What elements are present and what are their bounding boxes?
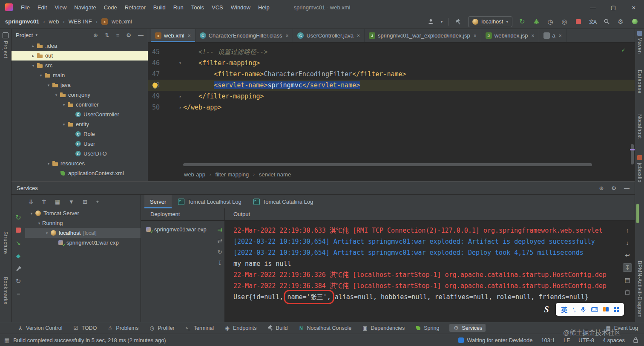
- tree-toggle-icon[interactable]: ▾: [38, 73, 44, 78]
- settings-gear-icon[interactable]: ⚙: [126, 32, 131, 38]
- tool-stripe-nocalhost[interactable]: Nocalhost: [637, 114, 643, 139]
- status-message[interactable]: Build completed successfully in 5 sec, 2…: [13, 337, 166, 343]
- menu-item[interactable]: Tools: [187, 0, 208, 14]
- code-with-me-icon[interactable]: [630, 17, 639, 26]
- tool-window-button[interactable]: Dependencies: [362, 325, 405, 331]
- settings-gear-icon[interactable]: ⚙: [611, 185, 616, 191]
- tool-stripe-structure[interactable]: Structure: [3, 231, 9, 254]
- build-hammer-icon[interactable]: [454, 17, 463, 26]
- menu-item[interactable]: View: [51, 0, 70, 14]
- locate-file-icon[interactable]: ⊕: [93, 32, 98, 38]
- services-tree-row[interactable]: springmvc01:war exp: [25, 238, 141, 248]
- refresh-icon[interactable]: ↻: [14, 277, 22, 285]
- tool-window-button[interactable]: Problems: [107, 325, 138, 331]
- tool-window-button[interactable]: Endpoints: [224, 325, 257, 331]
- inspection-ok-icon[interactable]: ✓: [622, 46, 625, 53]
- profiler-icon[interactable]: ◎: [560, 17, 569, 26]
- tool-window-button[interactable]: Build: [267, 325, 288, 331]
- search-everywhere-icon[interactable]: [602, 17, 611, 26]
- menu-item[interactable]: Window: [227, 0, 254, 14]
- project-tree-row[interactable]: ▾ entity: [12, 119, 148, 129]
- scroll-to-end-icon[interactable]: ↧: [623, 263, 632, 272]
- connect-icon[interactable]: ⇄: [217, 237, 222, 244]
- ime-grid-icon[interactable]: [614, 307, 619, 312]
- download-icon[interactable]: ↧: [217, 260, 222, 266]
- options-menu-icon[interactable]: ≡: [14, 290, 22, 298]
- project-tree-row[interactable]: ▸ out: [12, 51, 148, 61]
- line-ending[interactable]: LF: [564, 337, 570, 343]
- breadcrumb-item[interactable]: WEB-INF: [69, 18, 92, 25]
- services-vertical-scrollbar[interactable]: [636, 204, 639, 223]
- translate-icon[interactable]: 文A: [588, 17, 597, 26]
- tree-toggle-icon[interactable]: ▾: [29, 211, 34, 216]
- wrench-icon[interactable]: [14, 265, 22, 272]
- breadcrumb-file[interactable]: web.xml: [112, 18, 132, 25]
- tool-window-button[interactable]: Spring: [415, 325, 439, 331]
- coverage-icon[interactable]: ◷: [546, 17, 555, 26]
- group-by-icon[interactable]: ▦: [55, 199, 60, 205]
- menu-item[interactable]: Navigate: [70, 0, 100, 14]
- tool-window-button[interactable]: Terminal: [185, 325, 214, 331]
- run-configuration-select[interactable]: localhost ▾: [468, 16, 512, 27]
- menu-item[interactable]: Run: [170, 0, 187, 14]
- tool-stripe-jclasslib[interactable]: jclasslib: [637, 163, 643, 183]
- editor-vertical-scrollbar[interactable]: [631, 144, 634, 164]
- tool-stripe-database[interactable]: Database: [637, 70, 643, 93]
- tree-toggle-icon[interactable]: ▸: [30, 44, 36, 48]
- server-tab[interactable]: Server: [144, 195, 172, 208]
- soft-wrap-icon[interactable]: ↩: [623, 251, 632, 260]
- collapse-all-icon[interactable]: ⇊: [29, 199, 33, 205]
- project-tree-row[interactable]: ▸ .idea: [12, 41, 148, 51]
- settings-gear-icon[interactable]: ⚙: [616, 17, 625, 26]
- tree-toggle-icon[interactable]: ▾: [36, 221, 42, 225]
- tree-toggle-icon[interactable]: ▾: [61, 122, 67, 127]
- toolwindow-toggle-icon[interactable]: ▦: [4, 337, 9, 343]
- fold-icon[interactable]: ▾: [179, 58, 181, 69]
- editor-horizontal-scrollbar[interactable]: [183, 163, 592, 166]
- tab-close-icon[interactable]: ×: [532, 33, 535, 39]
- user-account-icon[interactable]: [427, 17, 435, 26]
- breadcrumb-item[interactable]: web-app: [184, 171, 205, 178]
- devmode-status[interactable]: Waiting for enter DevMode: [458, 337, 532, 343]
- editor-tab[interactable]: web\index.jsp ×: [481, 29, 539, 42]
- breadcrumb-project[interactable]: springmvc01: [5, 18, 39, 25]
- tree-toggle-icon[interactable]: ▸: [30, 54, 36, 58]
- menu-item[interactable]: VCS: [208, 0, 227, 14]
- fold-icon[interactable]: ▴: [179, 91, 181, 102]
- tool-window-button[interactable]: Nocalhost Console: [298, 325, 351, 331]
- tool-stripe-maven[interactable]: Maven: [637, 37, 643, 54]
- project-tree-row[interactable]: ▾ resources: [12, 159, 148, 168]
- ime-toolbox-icon[interactable]: [603, 307, 609, 311]
- server-tab[interactable]: Tomcat Localhost Log: [172, 195, 247, 208]
- menu-item[interactable]: Help: [254, 0, 273, 14]
- split-icon[interactable]: ⊞: [83, 199, 87, 205]
- tab-close-icon[interactable]: ×: [285, 33, 288, 39]
- project-tree-row[interactable]: User: [12, 139, 148, 149]
- rerun-server-icon[interactable]: ↻: [14, 213, 22, 221]
- tool-stripe-bpmn[interactable]: BPMN-Activiti-Diagram: [637, 261, 643, 317]
- hotswap-icon[interactable]: ◆: [14, 252, 22, 260]
- stop-icon[interactable]: [14, 226, 22, 234]
- lock-icon[interactable]: [633, 337, 638, 343]
- tool-window-button[interactable]: TODO: [72, 325, 97, 331]
- expand-all-icon[interactable]: ⇈: [42, 199, 46, 205]
- deploy-icon[interactable]: ↘: [14, 239, 22, 247]
- breadcrumb-item[interactable]: web: [49, 18, 59, 25]
- debug-bug-icon[interactable]: [532, 17, 540, 26]
- services-tree-row[interactable]: ▾ Running: [25, 218, 141, 228]
- minimize-button[interactable]: —: [583, 0, 603, 14]
- tab-close-icon[interactable]: ×: [357, 33, 360, 39]
- clear-console-icon[interactable]: [623, 288, 632, 297]
- project-view-title[interactable]: Project: [16, 32, 33, 38]
- editor-tab[interactable]: UserController.java ×: [293, 29, 365, 42]
- breadcrumb-item[interactable]: filter-mapping: [216, 171, 249, 178]
- menu-item[interactable]: Code: [100, 0, 121, 14]
- caret-position[interactable]: 103:1: [541, 337, 555, 343]
- project-tree-row[interactable]: applicationContext.xml: [12, 168, 148, 178]
- tree-toggle-icon[interactable]: ▾: [46, 83, 52, 87]
- hide-panel-icon[interactable]: —: [624, 185, 630, 191]
- editor-tab[interactable]: a ×: [539, 29, 566, 42]
- tree-toggle-icon[interactable]: ▾: [30, 63, 36, 68]
- breadcrumb-item[interactable]: servlet-name: [259, 171, 291, 178]
- scroll-down-icon[interactable]: ↓: [623, 239, 632, 247]
